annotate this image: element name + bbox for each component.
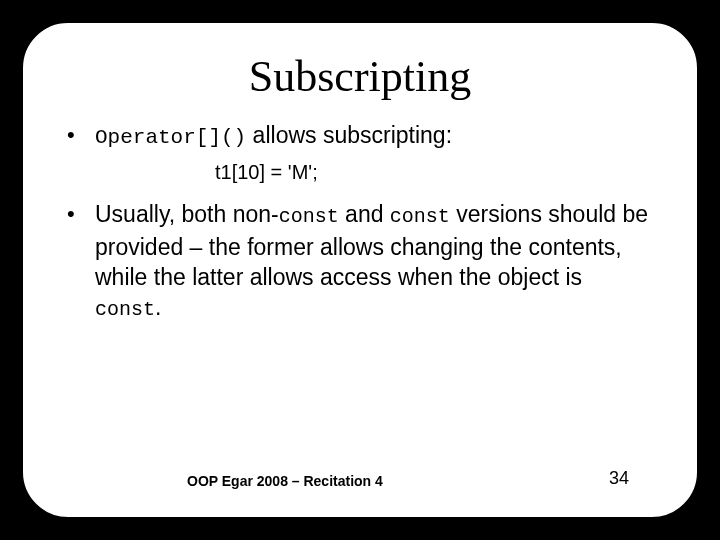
footer-text: OOP Egar 2008 – Recitation 4 (187, 473, 383, 489)
bullet-item: • Usually, both non-const and const vers… (67, 199, 653, 325)
page-number: 34 (609, 468, 633, 489)
text-segment: . (155, 294, 161, 320)
text-segment: Usually, both non- (95, 201, 279, 227)
code-const: const (279, 205, 339, 228)
code-const: const (390, 205, 450, 228)
slide-title: Subscripting (67, 51, 653, 102)
bullet-marker: • (67, 120, 95, 150)
bullet-marker: • (67, 199, 95, 229)
slide-footer: OOP Egar 2008 – Recitation 4 34 (67, 468, 653, 497)
slide-content: • Operator[]() allows subscripting: t1[1… (67, 120, 653, 468)
code-operator: Operator[]() (95, 126, 246, 149)
code-example: t1[10] = 'M'; (215, 159, 653, 185)
text-segment: and (339, 201, 390, 227)
slide-card: Subscripting • Operator[]() allows subsc… (20, 20, 700, 520)
code-const: const (95, 298, 155, 321)
bullet-item: • Operator[]() allows subscripting: (67, 120, 653, 153)
bullet-text: Operator[]() allows subscripting: (95, 120, 653, 153)
bullet-text-suffix: allows subscripting: (246, 122, 452, 148)
bullet-text: Usually, both non-const and const versio… (95, 199, 653, 325)
